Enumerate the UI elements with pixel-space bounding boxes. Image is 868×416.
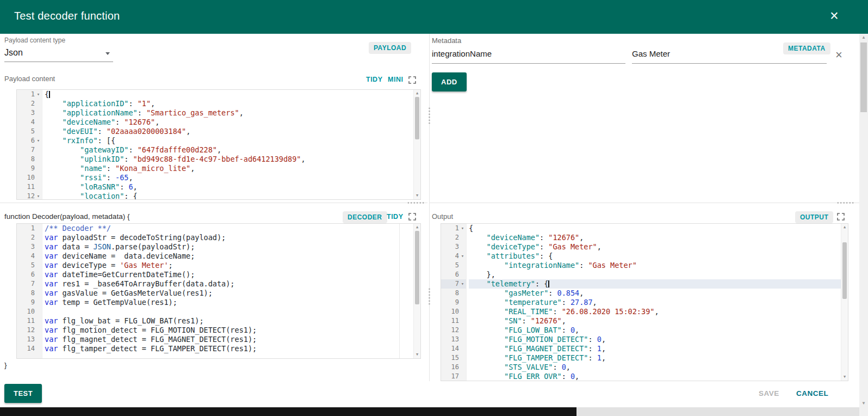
scroll-down-icon[interactable]: ▼ (841, 374, 848, 380)
code-line: "rssi": -65, (45, 173, 420, 182)
code-line: "FLG_MOTION_DETECT": 0, (469, 335, 848, 344)
gutter-line: 15 (441, 353, 466, 363)
gutter-line: 14 (441, 344, 466, 353)
print-margin (399, 224, 400, 358)
fold-spacer (459, 261, 466, 270)
fold-spacer (35, 145, 42, 155)
scroll-up-icon[interactable]: ▲ (841, 224, 848, 230)
code-line: "loRaSNR": 6, (45, 182, 420, 192)
fold-spacer (35, 289, 42, 298)
gutter-line: 4 (17, 118, 42, 127)
scroll-up-icon[interactable]: ▲ (859, 34, 868, 41)
code-line: var temp = GetTempValue(res1); (45, 298, 420, 307)
vertical-splitter[interactable] (429, 34, 430, 381)
scrollbar-thumb[interactable] (842, 242, 847, 299)
output-editor[interactable]: 1▾234▾567▾891011121314151617 { "deviceNa… (441, 223, 848, 381)
scroll-up-icon[interactable]: ▲ (414, 90, 420, 96)
code-line: var flg_low_bat = FLG_LOW_BAT(res1); (45, 316, 420, 326)
decoder-editor[interactable]: 1234567891011121314 /** Decoder **/var p… (16, 223, 421, 359)
fold-spacer (35, 270, 42, 279)
scroll-down-icon[interactable]: ▼ (859, 400, 868, 407)
fold-arrow-icon[interactable]: ▾ (35, 136, 42, 145)
payload-tidy-button[interactable]: TIDY (364, 75, 384, 84)
dialog-title: Test decoder function (14, 10, 120, 22)
save-button[interactable]: SAVE (752, 384, 786, 403)
gutter-line: 5 (441, 261, 466, 270)
gutter-line: 9 (17, 298, 42, 307)
output-fullscreen-icon[interactable] (836, 212, 845, 221)
fold-spacer (459, 372, 466, 381)
splitter-grip[interactable] (429, 287, 430, 305)
payload-type-select[interactable]: Json (4, 47, 113, 62)
scroll-up-icon[interactable]: ▲ (414, 224, 420, 230)
code-line: var deviceName = data.deviceName; (45, 252, 420, 261)
gutter-line: 9 (441, 298, 466, 307)
code-line: "deviceName": "12676", (45, 118, 420, 127)
code-line: "applicationName": "Smartico_gas_meters"… (45, 108, 420, 118)
page-scrollbar-thumb[interactable] (860, 42, 867, 112)
payload-fullscreen-icon[interactable] (408, 76, 417, 84)
decoder-closing-brace: } (4, 361, 7, 369)
fold-spacer (35, 242, 42, 252)
test-button[interactable]: TEST (4, 384, 42, 403)
splitter-grip[interactable] (407, 202, 425, 204)
code-line: "deviceType": "Gas Meter", (469, 242, 848, 252)
metadata-value-input[interactable] (632, 49, 827, 64)
cancel-button[interactable]: CANCEL (790, 384, 835, 403)
gutter-line: 4▾ (441, 252, 466, 261)
decoder-tidy-button[interactable]: TIDY (385, 212, 405, 222)
fold-spacer (35, 316, 42, 326)
left-horizontal-splitter[interactable] (0, 203, 427, 203)
gutter-line: 6 (441, 270, 466, 279)
splitter-grip[interactable] (429, 107, 430, 125)
fold-spacer (35, 344, 42, 353)
code-line: var payloadStr = decodeToString(payload)… (45, 233, 420, 242)
editor-scrollbar: ▲ ▼ (413, 224, 420, 358)
output-label: Output (432, 212, 453, 221)
gutter-line: 6 (17, 270, 42, 279)
editor-gutter: 1234567891011121314 (17, 224, 42, 358)
decoder-fullscreen-icon[interactable] (408, 212, 417, 221)
fold-arrow-icon[interactable]: ▾ (459, 252, 466, 261)
fold-spacer (35, 307, 42, 316)
fold-spacer (459, 363, 466, 372)
fold-arrow-icon[interactable]: ▾ (459, 279, 466, 289)
decoder-badge: DECODER (343, 211, 387, 223)
code-line: "name": "Kona_micro_lite", (45, 164, 420, 173)
scrollbar-thumb[interactable] (415, 97, 419, 139)
fold-arrow-icon[interactable]: ▾ (35, 192, 42, 200)
splitter-grip[interactable] (836, 202, 854, 204)
close-icon[interactable]: × (830, 7, 839, 25)
right-horizontal-splitter[interactable] (430, 203, 859, 203)
code-line: "FLG_ERR_OVR": 0, (469, 372, 848, 381)
scroll-down-icon[interactable]: ▼ (414, 352, 420, 358)
scroll-down-icon[interactable]: ▼ (414, 193, 420, 199)
gutter-line: 7 (17, 145, 42, 155)
chevron-down-icon (106, 52, 110, 55)
fold-arrow-icon[interactable]: ▾ (35, 90, 42, 99)
add-metadata-button[interactable]: ADD (432, 72, 467, 91)
fold-spacer (35, 182, 42, 192)
code-line: "temperature": 27.87, (469, 298, 848, 307)
payload-type-value: Json (4, 48, 23, 58)
code-line: "devEUI": "02aaaa0200003184", (45, 127, 420, 136)
payload-editor[interactable]: 1▾23456▾789101112▾ { "applicationID": "1… (16, 89, 421, 200)
metadata-remove-icon[interactable]: × (835, 49, 842, 61)
fold-spacer (35, 261, 42, 270)
decoder-signature-label: function Decoder(payload, metadata) { (4, 212, 129, 221)
fold-spacer (35, 164, 42, 173)
fold-spacer (459, 289, 466, 298)
text-cursor (548, 280, 549, 287)
code-line: var dateTime=GetCurrentDateTime(); (45, 270, 420, 279)
scrollbar-thumb[interactable] (415, 231, 419, 304)
gutter-line: 2 (17, 233, 42, 242)
code-line: "uplinkID": "bd949c88-fd1e-4c97-bbef-ad6… (45, 155, 420, 164)
fold-spacer (35, 173, 42, 182)
fold-spacer (459, 326, 466, 335)
gutter-line: 5 (17, 127, 42, 136)
fold-arrow-icon[interactable]: ▾ (459, 224, 466, 233)
gutter-line: 1▾ (17, 90, 42, 99)
metadata-key-input[interactable] (432, 49, 625, 64)
code-line: "gatewayID": "647fdafffe00d228", (45, 145, 420, 155)
payload-mini-button[interactable]: MINI (386, 75, 405, 84)
